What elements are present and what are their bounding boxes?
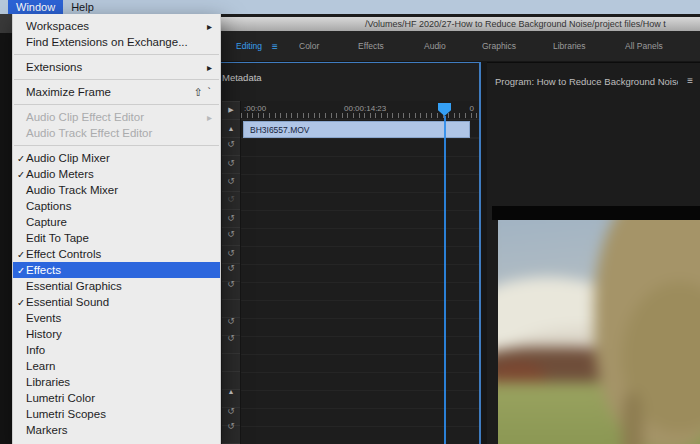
shortcut-label: ⇧ ` — [186, 86, 212, 98]
menu-item-label: Effects — [26, 264, 61, 276]
menu-item-edit-to-tape[interactable]: Edit To Tape — [13, 230, 220, 246]
sync-icon[interactable]: ↺ — [222, 422, 240, 431]
menu-item-label: Essential Sound — [26, 296, 109, 308]
menu-separator — [14, 104, 219, 105]
sync-icon[interactable]: ↺ — [222, 214, 240, 223]
menu-item-maximize-frame[interactable]: Maximize Frame⇧ ` — [13, 84, 220, 100]
collapse-icon[interactable]: ▲ — [222, 124, 240, 133]
panel-menu-icon[interactable]: ≡ — [687, 75, 693, 86]
submenu-arrow-icon: ▸ — [199, 62, 212, 73]
workspace-tab-graphics[interactable]: Graphics — [482, 31, 516, 62]
menu-item-audio-clip-effect-editor: Audio Clip Effect Editor▸ — [13, 109, 220, 125]
menubar-item-help[interactable]: Help — [63, 0, 102, 14]
menu-item-label: Lumetri Color — [26, 392, 95, 404]
menu-item-info[interactable]: Info — [13, 342, 220, 358]
menu-item-label: Markers — [26, 424, 68, 436]
menu-item-lumetri-color[interactable]: Lumetri Color — [13, 390, 220, 406]
video-landscape-image — [498, 220, 700, 444]
menu-item-label: Audio Track Effect Editor — [26, 127, 152, 139]
menu-item-label: Audio Clip Effect Editor — [26, 111, 144, 123]
menu-item-learn[interactable]: Learn — [13, 358, 220, 374]
window-dropdown-menu: Workspaces▸Find Extensions on Exchange..… — [12, 14, 221, 444]
workspace-tab-editing[interactable]: Editing — [236, 31, 262, 62]
menu-item-label: Info — [26, 344, 45, 356]
playhead-line — [444, 116, 446, 444]
menu-item-label: Essential Graphics — [26, 280, 122, 292]
program-monitor-panel: Program: How to Reduce Background Noise … — [487, 62, 700, 444]
menu-item-lumetri-scopes[interactable]: Lumetri Scopes — [13, 406, 220, 422]
menu-separator — [14, 79, 219, 80]
sync-icon[interactable]: ↺ — [222, 280, 240, 289]
checkmark-icon: ✓ — [15, 297, 26, 308]
menu-item-effect-controls[interactable]: ✓Effect Controls — [13, 246, 220, 262]
menu-item-effects[interactable]: ✓Effects — [13, 262, 220, 278]
menu-item-label: Captions — [26, 200, 71, 212]
menu-item-label: Lumetri Scopes — [26, 408, 106, 420]
menu-item-extensions[interactable]: Extensions▸ — [13, 59, 220, 75]
menu-item-label: Audio Clip Mixer — [26, 152, 110, 164]
menu-item-audio-track-mixer[interactable]: Audio Track Mixer — [13, 182, 220, 198]
menu-item-find-extensions-on-exchange[interactable]: Find Extensions on Exchange... — [13, 34, 220, 50]
menu-item-audio-clip-mixer[interactable]: ✓Audio Clip Mixer — [13, 150, 220, 166]
menu-item-history[interactable]: History — [13, 326, 220, 342]
submenu-arrow-icon: ▸ — [199, 112, 212, 123]
workspace-tab-color[interactable]: Color — [299, 31, 319, 62]
sync-icon[interactable]: ↺ — [222, 334, 240, 343]
workspace-menu-icon[interactable]: ≡ — [272, 31, 278, 62]
menu-item-label: Maximize Frame — [26, 86, 111, 98]
menu-item-label: Audio Track Mixer — [26, 184, 118, 196]
menu-item-essential-graphics[interactable]: Essential Graphics — [13, 278, 220, 294]
sync-icon[interactable]: ↺ — [222, 264, 240, 273]
checkmark-icon: ✓ — [15, 249, 26, 260]
menu-item-label: Workspaces — [26, 20, 89, 32]
checkmark-icon: ✓ — [15, 153, 26, 164]
menu-item-audio-meters[interactable]: ✓Audio Meters — [13, 166, 220, 182]
menu-item-capture[interactable]: Capture — [13, 214, 220, 230]
sync-icon[interactable]: ↺ — [222, 407, 240, 416]
menu-item-label: Audio Meters — [26, 168, 94, 180]
timeline-clip[interactable]: BH3I6557.MOV — [243, 121, 470, 138]
menu-item-label: Effect Controls — [26, 248, 101, 260]
metadata-icon-column: ▶▲↺↺↺↺↺↺↺↺↺↺↺▲↺↺ — [222, 101, 241, 444]
workspace-tab-libraries[interactable]: Libraries — [553, 31, 586, 62]
checkmark-icon: ✓ — [15, 169, 26, 180]
play-icon[interactable]: ▶ — [222, 105, 240, 114]
sync-icon[interactable]: ↺ — [222, 159, 240, 168]
sync-icon[interactable]: ↺ — [222, 317, 240, 326]
menubar-item-window[interactable]: Window — [8, 0, 63, 14]
menu-item-essential-sound[interactable]: ✓Essential Sound — [13, 294, 220, 310]
menu-item-workspaces[interactable]: Workspaces▸ — [13, 18, 220, 34]
workspace-tab-all-panels[interactable]: All Panels — [625, 31, 663, 62]
workspace-tab-audio[interactable]: Audio — [424, 31, 446, 62]
workspace-tab-effects[interactable]: Effects — [358, 31, 384, 62]
program-video-preview — [498, 220, 700, 444]
project-file-path: /Volumes/HF 2020/27-How to Reduce Backgr… — [365, 17, 666, 31]
menu-item-events[interactable]: Events — [13, 310, 220, 326]
desktop-edge-strip — [0, 14, 12, 444]
sync-icon[interactable]: ↺ — [222, 177, 240, 186]
menu-item-label: Find Extensions on Exchange... — [26, 36, 188, 48]
menu-item-markers[interactable]: Markers — [13, 422, 220, 438]
menu-separator — [14, 145, 219, 146]
video-tree-trunk — [622, 392, 643, 444]
menu-item-libraries[interactable]: Libraries — [13, 374, 220, 390]
menu-item-label: Edit To Tape — [26, 232, 89, 244]
premiere-pro-screen: /Volumes/HF 2020/27-How to Reduce Backgr… — [0, 0, 700, 444]
ruler-label-end: 0 — [470, 104, 474, 113]
submenu-arrow-icon: ▸ — [199, 21, 212, 32]
menu-item-label: Extensions — [26, 61, 82, 73]
checkmark-icon: ✓ — [15, 265, 26, 276]
sync-icon[interactable]: ↺ — [222, 249, 240, 258]
metadata-timeline[interactable]: :00:00 00:00:14:23 0 BH3I6557.MOV — [241, 101, 479, 444]
sync-icon[interactable]: ↺ — [222, 140, 240, 149]
menu-separator — [14, 54, 219, 55]
metadata-panel-title: Metadata — [222, 72, 262, 83]
ruler-label-start: :00:00 — [244, 104, 266, 113]
collapse-icon[interactable]: ▲ — [222, 387, 240, 396]
sync-icon[interactable]: ↺ — [222, 230, 240, 239]
program-monitor-title: Program: How to Reduce Background Noise — [495, 76, 678, 87]
menu-item-label: Events — [26, 312, 61, 324]
sync-icon[interactable]: ↺ — [222, 195, 240, 204]
ruler-label-current: 00:00:14:23 — [344, 104, 386, 113]
menu-item-captions[interactable]: Captions — [13, 198, 220, 214]
